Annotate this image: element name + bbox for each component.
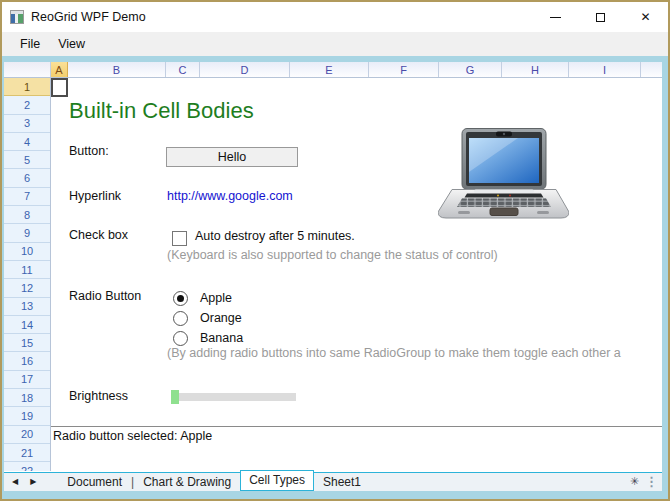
close-icon: ✕	[640, 11, 650, 23]
tab-sheet1[interactable]: Sheet1	[314, 473, 370, 491]
row-header-3[interactable]: 3	[4, 115, 50, 133]
column-header-g[interactable]: G	[439, 62, 502, 77]
column-header-b[interactable]: B	[68, 62, 166, 77]
checkbox-text: Auto destroy after 5 minutes.	[195, 229, 355, 243]
row-header-10[interactable]: 10	[4, 243, 50, 261]
spreadsheet: ABCDEFGHI 123456789101112131415161718192…	[4, 62, 662, 472]
row-header-15[interactable]: 15	[4, 334, 50, 352]
row-header-12[interactable]: 12	[4, 279, 50, 297]
column-header-h[interactable]: H	[502, 62, 569, 77]
hello-button[interactable]: Hello	[166, 147, 298, 167]
tab-cell-types[interactable]: Cell Types	[240, 470, 314, 491]
tab-scroll-right-icon[interactable]: ▶	[26, 477, 40, 486]
radio-option-row: Apple	[173, 288, 243, 308]
splitter-grip-icon[interactable]: ⋮	[645, 474, 662, 489]
row-header-2[interactable]: 2	[4, 96, 50, 114]
grid-corner[interactable]	[4, 62, 51, 77]
row-header-14[interactable]: 14	[4, 316, 50, 334]
row-header-6[interactable]: 6	[4, 169, 50, 187]
maximize-icon	[596, 13, 605, 22]
sheet-heading: Built-in Cell Bodies	[69, 98, 254, 124]
menubar: File View	[2, 32, 668, 56]
brightness-row-label: Brightness	[69, 389, 128, 403]
workspace: ABCDEFGHI 123456789101112131415161718192…	[2, 56, 668, 499]
minimize-icon	[550, 17, 561, 18]
row-header-18[interactable]: 18	[4, 389, 50, 407]
grid-body: 12345678910111213141516171819202122 Buil…	[4, 78, 662, 471]
column-header-f[interactable]: F	[369, 62, 439, 77]
column-header-i[interactable]: I	[569, 62, 641, 77]
cell-selection	[51, 78, 68, 97]
sheet-tabs: Document|Chart & DrawingCell TypesSheet1	[58, 472, 370, 491]
orange-radio-button[interactable]	[173, 311, 188, 326]
row-header-9[interactable]: 9	[4, 224, 50, 242]
column-header-a[interactable]: A	[51, 62, 68, 77]
radio-option-label: Apple	[200, 291, 232, 305]
row-header-16[interactable]: 16	[4, 352, 50, 370]
radio-row-label: Radio Button	[69, 289, 141, 303]
column-headers: ABCDEFGHI	[4, 62, 662, 78]
radio-note: (By adding radio buttons into same Radio…	[167, 346, 662, 360]
column-header-e[interactable]: E	[290, 62, 369, 77]
maximize-button[interactable]	[578, 2, 623, 32]
radio-option-label: Banana	[200, 331, 243, 345]
status-text: Radio button selected: Apple	[53, 429, 212, 443]
auto-destroy-checkbox[interactable]	[172, 231, 187, 246]
radio-option-row: Orange	[173, 308, 243, 328]
tab-document[interactable]: Document	[58, 473, 131, 491]
minimize-button[interactable]	[533, 2, 578, 32]
sheet-tabbar: ◀ ▶ Document|Chart & DrawingCell TypesSh…	[4, 472, 662, 491]
row-header-1[interactable]: 1	[4, 78, 50, 96]
laptop-image	[438, 128, 569, 220]
button-row-label: Button:	[69, 144, 109, 158]
app-window: ReoGrid WPF Demo ✕ File View ABCDEFGHI 1…	[0, 0, 670, 501]
row-header-13[interactable]: 13	[4, 298, 50, 316]
menu-view[interactable]: View	[49, 34, 94, 54]
row-header-17[interactable]: 17	[4, 371, 50, 389]
window-title: ReoGrid WPF Demo	[31, 10, 146, 24]
checkbox-row-label: Check box	[69, 228, 128, 242]
close-button[interactable]: ✕	[623, 2, 668, 32]
checkbox-note: (Keyboard is also supported to change th…	[167, 248, 498, 262]
row-header-21[interactable]: 21	[4, 444, 50, 462]
banana-radio-button[interactable]	[173, 331, 188, 346]
brightness-slider[interactable]	[171, 390, 296, 404]
row-header-11[interactable]: 11	[4, 261, 50, 279]
row-headers: 12345678910111213141516171819202122	[4, 78, 51, 471]
app-icon[interactable]	[10, 10, 24, 24]
column-header-d[interactable]: D	[200, 62, 290, 77]
row-header-5[interactable]: 5	[4, 151, 50, 169]
google-hyperlink[interactable]: http://www.google.com	[167, 189, 293, 203]
window-controls: ✕	[533, 2, 668, 32]
sheet-list-icon[interactable]: ✳	[624, 475, 645, 488]
sheet-cells-area[interactable]: Built-in Cell Bodies Button: Hello	[51, 78, 662, 471]
menu-file[interactable]: File	[11, 34, 49, 54]
row-header-8[interactable]: 8	[4, 206, 50, 224]
titlebar: ReoGrid WPF Demo ✕	[2, 2, 668, 32]
hyperlink-row-label: Hyperlink	[69, 189, 121, 203]
radio-group: AppleOrangeBanana	[173, 288, 243, 348]
slider-thumb[interactable]	[171, 390, 179, 404]
row-header-20[interactable]: 20	[4, 426, 50, 444]
row-header-22[interactable]: 22	[4, 462, 50, 471]
row-header-7[interactable]: 7	[4, 188, 50, 206]
slider-track[interactable]	[171, 393, 296, 401]
radio-option-row: Banana	[173, 328, 243, 348]
column-header-partial[interactable]	[641, 62, 662, 77]
apple-radio-button[interactable]	[173, 291, 188, 306]
row-header-4[interactable]: 4	[4, 133, 50, 151]
tab-chart-drawing[interactable]: Chart & Drawing	[134, 473, 240, 491]
radio-option-label: Orange	[200, 311, 242, 325]
row-header-19[interactable]: 19	[4, 407, 50, 425]
hello-button-label: Hello	[218, 150, 247, 164]
status-divider	[51, 426, 662, 427]
column-header-c[interactable]: C	[166, 62, 200, 77]
tab-scroll-left-icon[interactable]: ◀	[8, 477, 22, 486]
